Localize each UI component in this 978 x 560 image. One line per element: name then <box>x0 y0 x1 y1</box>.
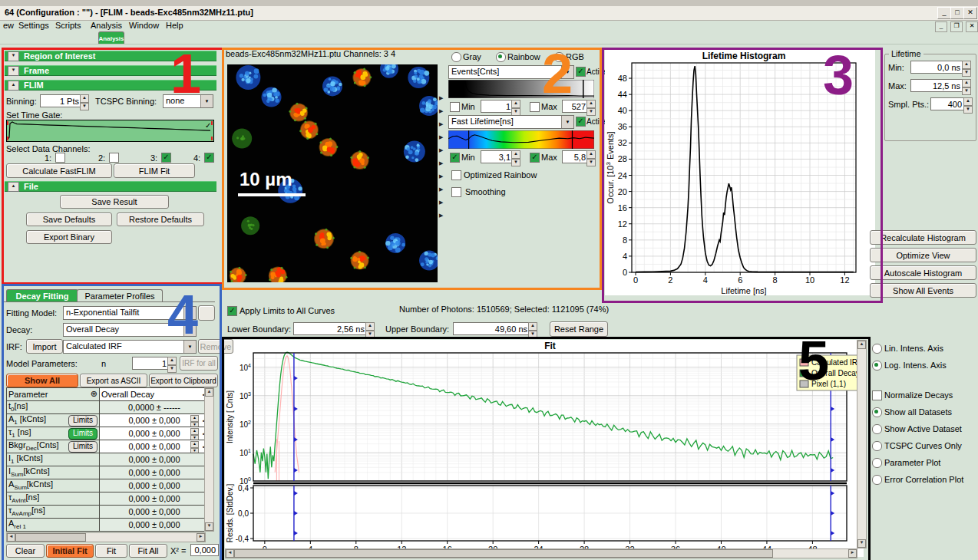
channel-1-checkbox[interactable] <box>55 153 65 163</box>
irf-for-all-button[interactable]: IRF for all <box>180 356 218 371</box>
apply-limits-checkbox[interactable] <box>227 306 237 316</box>
tab-decay-fitting[interactable]: Decay Fitting <box>6 289 78 302</box>
sample-points-stepper[interactable] <box>963 97 973 110</box>
layer2-active-checkbox[interactable] <box>576 117 586 127</box>
reset-range-button[interactable]: Reset Range <box>550 321 608 337</box>
export-binary-button[interactable]: Export Binary <box>26 230 112 244</box>
layer2-min-checkbox[interactable] <box>450 153 460 163</box>
upper-boundary-stepper[interactable] <box>528 322 537 335</box>
limits-button[interactable]: Limits <box>68 441 97 453</box>
channel-3-checkbox[interactable] <box>161 153 171 163</box>
show-all-events-button[interactable]: Show All Events <box>870 283 976 298</box>
gray-radio[interactable] <box>451 52 461 62</box>
parameter-plot-radio[interactable] <box>872 458 882 468</box>
tcspc-curves-only-radio[interactable] <box>872 441 882 451</box>
lifetime-max-input[interactable]: 12,5 ns <box>910 79 963 92</box>
tab-analysis[interactable]: Analysis <box>98 31 124 44</box>
close-icon[interactable]: ✕ <box>963 7 977 19</box>
lin-intens-axis-radio[interactable] <box>872 344 882 354</box>
layer2-max-input[interactable]: 5,8 <box>562 150 589 163</box>
intensity-colorbar[interactable] <box>448 80 594 98</box>
collapse-icon[interactable]: ▲ <box>8 182 19 192</box>
irf-import-button[interactable]: Import <box>26 339 63 354</box>
model-parameters-n-stepper[interactable] <box>167 357 177 370</box>
param-value-stepper[interactable] <box>190 441 199 452</box>
menu-item-window[interactable]: Window <box>129 21 159 30</box>
sample-points-input[interactable]: 400 <box>930 97 965 110</box>
collapse-icon[interactable]: ▲ <box>8 81 19 91</box>
layer1-active-checkbox[interactable] <box>576 67 586 77</box>
fit-all-button[interactable]: Fit All <box>129 544 167 558</box>
lifetime-colorbar[interactable] <box>448 130 594 149</box>
layer2-source-dropdown[interactable]: Fast Lifetime[ns] <box>448 115 574 129</box>
mdi-close-icon[interactable]: ✕ <box>966 21 978 32</box>
fitting-model-dropdown[interactable]: n-Exponential Tailfit <box>63 306 197 320</box>
maximize-icon[interactable]: □ <box>950 7 964 19</box>
show-all-datasets-radio[interactable] <box>872 407 882 417</box>
param-value-cell[interactable]: 0,000 ± 0,000✓ <box>100 414 210 427</box>
restore-defaults-button[interactable]: Restore Defaults <box>117 212 204 226</box>
menu-item-analysis[interactable]: Analysis <box>91 21 122 30</box>
model-parameters-n-input[interactable]: 1 <box>132 357 170 370</box>
layer1-max-stepper[interactable] <box>586 100 596 113</box>
channel-2-checkbox[interactable] <box>109 153 119 163</box>
show-all-button[interactable]: Show All <box>6 374 78 387</box>
clear-button[interactable]: Clear <box>6 544 45 558</box>
menu-item-scripts[interactable]: Scripts <box>55 21 81 30</box>
minimize-icon[interactable]: _ <box>937 7 951 19</box>
globe-icon[interactable]: ⊕ <box>91 389 97 399</box>
mdi-restore-icon[interactable]: ❐ <box>950 21 963 32</box>
lower-boundary-stepper[interactable] <box>365 322 375 335</box>
optimize-view-button[interactable]: Optimize View <box>870 248 976 262</box>
export-ascii-button[interactable]: Export as ASCII <box>80 374 147 387</box>
table-hscrollbar[interactable]: ◄ ► <box>6 532 206 542</box>
limits-button[interactable]: Limits <box>68 428 97 440</box>
layer1-source-dropdown[interactable]: Events[Cnts] <box>448 65 574 79</box>
table-vscrollbar[interactable]: ▲ ▼ <box>204 387 214 532</box>
autoscale-histogram-button[interactable]: Autoscale Histogram <box>870 265 976 280</box>
export-clipboard-button[interactable]: Export to Clipboard <box>149 374 218 387</box>
menu-item-help[interactable]: Help <box>166 21 183 30</box>
section-header-file[interactable]: ▲ File <box>5 181 216 192</box>
mdi-minimize-icon[interactable]: _ <box>935 21 947 32</box>
irf-dropdown[interactable]: Calculated IRF <box>63 340 197 354</box>
fit-button[interactable]: Fit <box>95 544 127 558</box>
layer1-min-checkbox[interactable] <box>450 102 460 112</box>
show-active-dataset-radio[interactable] <box>872 424 882 434</box>
param-value-stepper[interactable] <box>190 428 199 439</box>
rainbow-radio[interactable] <box>496 52 506 62</box>
lower-boundary-input[interactable]: 2,56 ns <box>293 322 368 335</box>
save-result-button[interactable]: Save Result <box>60 195 169 209</box>
chi-squared-value-input[interactable]: 0,000 <box>190 544 219 556</box>
layer1-min-input[interactable]: 1 <box>481 100 514 113</box>
tcspc-binning-dropdown[interactable]: none <box>163 94 213 108</box>
layer1-max-checkbox[interactable] <box>530 102 540 112</box>
layer2-max-stepper[interactable] <box>586 150 596 163</box>
error-correlation-plot-radio[interactable] <box>872 475 882 485</box>
menu-item-settings[interactable]: Settings <box>18 21 49 30</box>
irf-remove-button[interactable]: Remove <box>198 339 233 354</box>
lifetime-min-stepper[interactable] <box>962 61 971 74</box>
channel-4-checkbox[interactable] <box>204 153 214 163</box>
smoothing-checkbox[interactable] <box>451 187 461 197</box>
fitplot-vscrollbar[interactable]: ▲ ▼ <box>857 340 867 548</box>
rgb-radio[interactable] <box>554 52 564 62</box>
flim-fit-button[interactable]: FLIM Fit <box>114 163 195 178</box>
section-header-roi[interactable]: ▼ Region of Interest <box>5 51 216 61</box>
fitplot-hscrollbar[interactable]: ◄ ► <box>225 548 857 558</box>
lifetime-max-stepper[interactable] <box>962 79 971 92</box>
save-defaults-button[interactable]: Save Defaults <box>26 212 112 226</box>
limits-button[interactable]: Limits <box>68 415 97 427</box>
binning-input[interactable]: 1 Pts <box>40 94 82 107</box>
lifetime-min-input[interactable]: 0,0 ns <box>910 61 963 74</box>
upper-boundary-input[interactable]: 49,60 ns <box>453 322 530 335</box>
binning-stepper[interactable] <box>80 94 89 107</box>
decay-dropdown[interactable]: Overall Decay <box>63 323 197 337</box>
layer2-min-input[interactable]: 3,1 <box>481 150 514 163</box>
optimized-rainbow-checkbox[interactable] <box>451 170 461 180</box>
param-value-stepper[interactable] <box>190 415 199 426</box>
fitting-model-extra-button[interactable] <box>198 305 215 321</box>
log-intens-axis-radio[interactable] <box>872 361 882 371</box>
normalize-decays-checkbox[interactable] <box>872 390 882 400</box>
flim-image[interactable]: 10 µm <box>227 64 438 282</box>
